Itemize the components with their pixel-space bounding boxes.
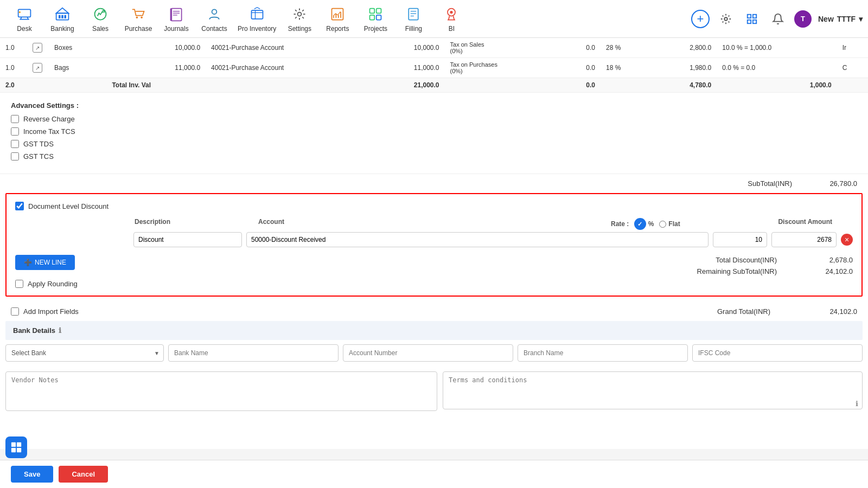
- new-tttf-button[interactable]: New TTTF ▾: [818, 15, 863, 23]
- tax-pct-cell: 28 %: [601, 38, 652, 58]
- link-cell[interactable]: ↗: [27, 58, 49, 78]
- add-button[interactable]: +: [691, 10, 710, 28]
- nav-reports[interactable]: Reports: [318, 3, 356, 35]
- item-name-cell: Boxes: [49, 38, 106, 58]
- select-bank-wrapper: Select Bank: [5, 344, 164, 362]
- doc-level-discount-row: Document Level Discount: [15, 202, 853, 210]
- select-bank-dropdown[interactable]: Select Bank: [5, 344, 164, 362]
- discount-rate-input[interactable]: [713, 232, 767, 247]
- external-link-icon[interactable]: ↗: [33, 43, 42, 53]
- svg-rect-28: [370, 8, 375, 13]
- total-disc-cell: 1,000.0: [717, 78, 837, 93]
- projects-icon: [367, 5, 384, 23]
- tax-amt-cell: 0.0: [561, 38, 601, 58]
- gst-tcs-checkbox[interactable]: [11, 152, 19, 160]
- bank-details-header: Bank Details ℹ: [5, 321, 863, 340]
- terms-wrapper: ℹ: [443, 371, 863, 411]
- discount-amount-input[interactable]: [771, 232, 837, 247]
- svg-point-11: [136, 16, 138, 18]
- remaining-subtotal-line: Remaining SubTotal(INR) 24,102.0: [697, 267, 853, 275]
- tax-amt-cell: 0.0: [561, 58, 601, 78]
- main-content: 1.0 ↗ Boxes 10,000.0 40021-Purchase Acco…: [0, 38, 868, 449]
- flat-radio[interactable]: [659, 221, 666, 228]
- nav-pro-inventory[interactable]: Pro Inventory: [233, 3, 280, 35]
- bank-details-info-icon: ℹ: [59, 326, 61, 335]
- branch-name-input[interactable]: [518, 344, 688, 362]
- bell-button[interactable]: [768, 9, 788, 29]
- nav-filling[interactable]: Filling: [394, 3, 432, 35]
- svg-rect-17: [170, 8, 173, 21]
- remove-discount-button[interactable]: ×: [841, 234, 853, 246]
- svg-rect-8: [61, 15, 63, 18]
- purchase-icon: [130, 5, 147, 23]
- table-row: 1.0 ↗ Boxes 10,000.0 40021-Purchase Acco…: [0, 38, 868, 58]
- grid-app-button[interactable]: [5, 436, 27, 449]
- terms-textarea[interactable]: [443, 371, 863, 409]
- new-line-button[interactable]: ➕ NEW LINE: [15, 255, 75, 270]
- grid-button[interactable]: [742, 9, 762, 29]
- svg-rect-32: [409, 8, 419, 20]
- bank-name-input[interactable]: [168, 344, 339, 362]
- reverse-charge-checkbox[interactable]: [11, 115, 19, 123]
- svg-rect-42: [753, 20, 756, 23]
- filling-icon: [405, 5, 422, 23]
- gst-tds-checkbox[interactable]: [11, 140, 19, 148]
- svg-marker-6: [56, 8, 69, 13]
- settings-gear-button[interactable]: [716, 9, 736, 29]
- advanced-settings-section: Advanced Settings : Reverse Charge Incom…: [0, 93, 868, 174]
- tax-type-cell: Tax on Sales(0%): [445, 38, 561, 58]
- nav-filling-label: Filling: [405, 25, 422, 33]
- apply-rounding-checkbox[interactable]: [15, 280, 23, 288]
- extra-cell: Ir: [837, 38, 868, 58]
- extra-cell: C: [837, 58, 868, 78]
- nav-projects[interactable]: Projects: [356, 3, 394, 35]
- svg-rect-40: [753, 14, 756, 17]
- total-tax-amt-cell: 0.0: [561, 78, 601, 93]
- discount-account-input[interactable]: [246, 232, 709, 247]
- nav-desk[interactable]: Desk: [5, 3, 43, 35]
- svg-rect-19: [251, 10, 263, 19]
- add-import-label: Add Import Fields: [23, 307, 79, 316]
- bi-icon: [443, 5, 460, 23]
- inv-val-cell: 10,000.0: [372, 38, 444, 58]
- rate-header: Rate : ✓ % Flat: [611, 218, 741, 230]
- desc-header: Description: [135, 218, 254, 230]
- grand-total-display: Grand Total(INR) 24,102.0: [717, 307, 857, 316]
- account-number-input[interactable]: [343, 344, 513, 362]
- doc-level-discount-checkbox[interactable]: [15, 202, 24, 210]
- user-avatar-button[interactable]: T: [794, 10, 812, 28]
- nav-purchase[interactable]: Purchase: [119, 3, 157, 35]
- grand-total-label: Grand Total(INR): [717, 307, 770, 316]
- gst-tds-label: GST TDS: [23, 140, 54, 148]
- nav-journals-label: Journals: [164, 25, 188, 33]
- ifsc-code-input[interactable]: [692, 344, 863, 362]
- vendor-notes-textarea[interactable]: [5, 371, 437, 411]
- svg-rect-39: [748, 14, 751, 17]
- nav-sales[interactable]: Sales: [81, 3, 119, 35]
- discount-description-input[interactable]: [133, 232, 242, 247]
- nav-contacts[interactable]: Contacts: [195, 3, 233, 35]
- percent-check-icon[interactable]: ✓: [634, 218, 646, 230]
- gst-tcs-row: GST TCS: [11, 152, 857, 160]
- total-inv-val-cell: 21,000.0: [372, 78, 444, 93]
- notes-terms-row: ℹ: [0, 371, 868, 411]
- total-qty-cell: 2.0: [0, 78, 27, 93]
- external-link-icon[interactable]: ↗: [33, 63, 42, 73]
- nav-journals[interactable]: Journals: [157, 3, 195, 35]
- journals-icon: [168, 5, 185, 23]
- apply-rounding-row: Apply Rounding: [15, 275, 853, 288]
- nav-bi[interactable]: BI: [432, 3, 470, 35]
- discount-line-row: ×: [15, 232, 853, 247]
- nav-desk-label: Desk: [17, 25, 31, 33]
- add-import-fields-row: Add Import Fields: [11, 307, 79, 316]
- svg-rect-46: [17, 448, 21, 449]
- nav-settings[interactable]: Settings: [280, 3, 318, 35]
- invoice-table-wrapper: 1.0 ↗ Boxes 10,000.0 40021-Purchase Acco…: [0, 38, 868, 93]
- svg-rect-44: [17, 442, 21, 447]
- link-cell[interactable]: ↗: [27, 38, 49, 58]
- income-tax-tcs-checkbox[interactable]: [11, 127, 19, 136]
- total-discount-value: 2,678.0: [809, 256, 853, 264]
- svg-rect-41: [748, 20, 751, 23]
- nav-banking[interactable]: Banking: [43, 3, 81, 35]
- add-import-checkbox[interactable]: [11, 307, 19, 316]
